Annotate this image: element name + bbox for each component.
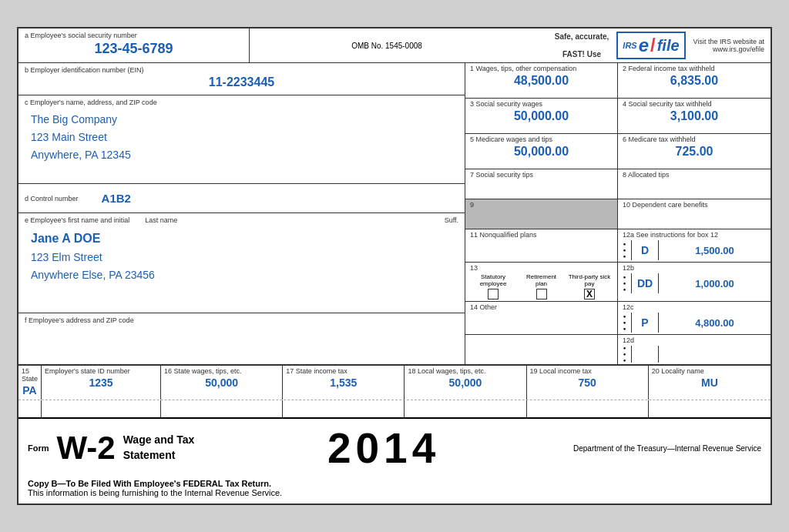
box-13-thirdparty: Third-party sick pay X — [566, 273, 613, 299]
footer: Form W-2 Wage and Tax Statement 2014 Dep… — [18, 417, 771, 477]
box-19-2 — [527, 400, 649, 417]
box-17: 17 State income tax 1,535 — [283, 366, 405, 400]
box-12a-amount-cell: 1,500.00 — [659, 245, 771, 256]
box-e-data: Jane A DOE 123 Elm Street Anywhere Else,… — [25, 224, 458, 284]
box-2-value: 6,835.00 — [623, 72, 766, 89]
row-5-6: 5 Medicare wages and tips 50,000.00 6 Me… — [465, 134, 771, 169]
row-7-8: 7 Social security tips 8 Allocated tips — [465, 169, 771, 199]
w2-subtitle-line1: Wage and Tax — [123, 433, 195, 448]
box-15-state-label: Employer's state ID number — [45, 367, 157, 375]
row-14-12c: 14 Other 12c ● ● ● P — [465, 302, 771, 335]
box-12a-label-row: 12a See instructions for box 12 — [618, 231, 771, 240]
box-8-label: 8 Allocated tips — [623, 171, 766, 179]
box-7-label: 7 Social security tips — [470, 171, 613, 179]
box-12c-label: 12c — [623, 303, 766, 311]
box-16: 16 State wages, tips, etc. 50,000 — [161, 366, 283, 400]
box-7: 7 Social security tips — [465, 169, 618, 199]
visit-url: www.irs.gov/efile — [713, 45, 764, 53]
box-15-state: 15 State PA — [18, 366, 42, 400]
box-18: 18 Local wages, tips, etc. 50,000 — [405, 366, 526, 400]
box-14: 14 Other — [465, 302, 618, 334]
box-13-retirement: Retirement plan — [521, 273, 562, 299]
box-d-label: d Control number — [25, 195, 79, 202]
box-8: 8 Allocated tips — [618, 169, 771, 199]
box-12c-code: P — [641, 316, 648, 329]
box-11: 11 Nonqualified plans — [465, 229, 618, 262]
fast-label: FAST! Use — [555, 50, 609, 59]
box-12c-data: ● ● ● P 4,800.00 — [618, 313, 771, 333]
box-20-2 — [649, 400, 771, 417]
w2-title-area: Form W-2 Wage and Tax Statement — [28, 432, 194, 464]
box-4-value: 3,100.00 — [623, 108, 766, 125]
row-9-10: 9 10 Dependent care benefits — [465, 199, 771, 229]
right-column: 1 Wages, tips, other compensation 48,500… — [465, 63, 771, 364]
box-16-label: 16 State wages, tips, etc. — [164, 367, 279, 375]
retirement-checkbox — [536, 289, 547, 299]
form-label: Form — [28, 443, 49, 453]
omb-box: OMB No. 1545-0008 — [250, 28, 524, 62]
w2-big-label: W-2 — [57, 432, 116, 464]
box-e-label-first: e Employee's first name and initial — [25, 216, 129, 224]
box-12a: 12a See instructions for box 12 ● ● ● D … — [618, 229, 771, 262]
header-row: a Employee's social security number 123-… — [18, 28, 771, 63]
box-12a-dots: ● ● ● — [618, 240, 632, 260]
box-3-label: 3 Social security wages — [470, 100, 613, 108]
box-12d: 12d ● ● ● — [618, 335, 771, 364]
box-6-value: 725.00 — [623, 143, 766, 160]
copy-notice-text: This information is being furnishing to … — [28, 488, 761, 497]
year-display: 2014 — [327, 423, 440, 473]
row-3-4: 3 Social security wages 50,000.00 4 Soci… — [465, 99, 771, 134]
box-12c-code-cell: P — [632, 313, 659, 333]
box-12c-amount-cell: 4,800.00 — [659, 317, 771, 329]
box-14-label: 14 Other — [470, 303, 613, 311]
thirdparty-label: Third-party sick pay — [566, 273, 613, 287]
box-18-label: 18 Local wages, tips, etc. — [408, 367, 522, 375]
box-12b-code-cell: DD — [632, 273, 659, 293]
box-12b: 12b ● ● ● DD 1,000.00 — [618, 263, 771, 301]
employer-city: Anywhere, PA 12345 — [25, 146, 458, 164]
box-2: 2 Federal income tax withheld 6,835.00 — [618, 63, 771, 98]
copy-notice-bold: Copy B—To Be Filed With Employee's FEDER… — [28, 479, 761, 488]
box-18-value: 50,000 — [408, 375, 522, 390]
box-9: 9 — [465, 199, 618, 229]
box-12b-dots: ● ● ● — [618, 273, 632, 293]
box-e-label-suff: Suff. — [445, 216, 458, 224]
row-13-12b: 13 Statutory employee Retirement plan Th… — [465, 263, 771, 302]
row-15-20-extra — [18, 400, 771, 417]
box-17-label: 17 State income tax — [286, 367, 401, 375]
box-20-label: 20 Locality name — [652, 367, 767, 375]
omb-label: OMB No. 1545-0008 — [351, 42, 422, 50]
box-c: c Employer's name, address, and ZIP code… — [18, 95, 465, 184]
row-empty-12d: 12d ● ● ● — [465, 335, 771, 364]
row-11-12a: 11 Nonqualified plans 12a See instructio… — [465, 229, 771, 263]
box-16-value: 50,000 — [164, 375, 279, 390]
slash-icon: / — [650, 35, 656, 56]
ssn-label: a Employee's social security number — [25, 32, 243, 39]
box-e: e Employee's first name and initial Last… — [18, 213, 465, 313]
retirement-label: Retirement plan — [521, 273, 562, 287]
safe-label: Safe, accurate, — [555, 32, 609, 41]
box-c-label: c Employer's name, address, and ZIP code — [25, 99, 458, 106]
box-10-label: 10 Dependent care benefits — [623, 201, 766, 209]
box-6: 6 Medicare tax withheld 725.00 — [618, 134, 771, 169]
box-b-value: 11-2233445 — [25, 74, 458, 91]
irs-efile-logo: IRS e / file — [616, 32, 685, 59]
box-12d-code-cell — [632, 346, 659, 363]
box-4-label: 4 Social security tax withheld — [623, 100, 766, 108]
box-12d-dots: ● ● ● — [618, 346, 632, 363]
e-text: e — [639, 35, 649, 56]
box-15-id: Employer's state ID number 1235 — [42, 366, 161, 400]
left-column: b Employer identification number (EIN) 1… — [18, 63, 465, 364]
box-15-state-value: PA — [22, 383, 38, 398]
box-e-label-last: Last name — [145, 216, 177, 224]
box-3-value: 50,000.00 — [470, 108, 613, 125]
box-13-label: 13 — [470, 264, 613, 272]
box-d: d Control number A1B2 — [18, 184, 465, 213]
main-body: b Employer identification number (EIN) 1… — [18, 63, 771, 364]
box-20-value: MU — [652, 375, 767, 390]
box-d-value: A1B2 — [102, 192, 131, 205]
box-18-2 — [405, 400, 526, 417]
statutory-label: Statutory employee — [470, 273, 516, 287]
box-12b-amount-cell: 1,000.00 — [659, 278, 771, 289]
irs-credit: Department of the Treasury—Internal Reve… — [573, 444, 761, 453]
